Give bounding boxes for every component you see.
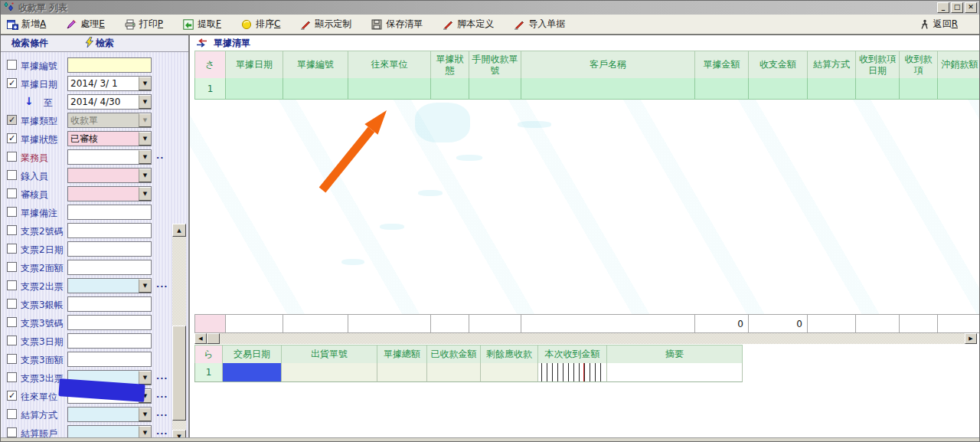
- grid-row1-cell-5[interactable]: [469, 78, 521, 100]
- check2-issuer-checkbox[interactable]: [7, 280, 17, 290]
- entry-clerk-dropdown[interactable]: ▼: [67, 168, 152, 183]
- doc-number-input[interactable]: [67, 57, 152, 73]
- scroll-left-button[interactable]: ◀: [194, 333, 207, 344]
- check2-issuer-lookup-button[interactable]: ...: [156, 281, 168, 289]
- sidebar-v-scrollbar[interactable]: ▲ ▼: [172, 224, 186, 442]
- entry-clerk-checkbox[interactable]: [7, 170, 17, 180]
- chevron-down-icon[interactable]: ▼: [139, 408, 151, 421]
- chevron-down-icon[interactable]: ▼: [139, 113, 151, 127]
- doc-number-checkbox[interactable]: [7, 60, 17, 70]
- display-custom-button[interactable]: 顯示定制: [300, 18, 351, 31]
- grid-col-header-5[interactable]: 手開收款單號: [469, 51, 521, 79]
- grid-row1-cell-9[interactable]: [808, 78, 856, 100]
- print-button[interactable]: 打印P: [125, 18, 163, 31]
- doc-remark-input[interactable]: [67, 205, 152, 220]
- search-button[interactable]: 檢索: [85, 37, 114, 50]
- check2-number-input[interactable]: [67, 223, 152, 238]
- doc-date-checkbox[interactable]: ✓: [7, 78, 17, 88]
- detail-row1-cell-2[interactable]: [282, 363, 377, 382]
- grid-col-header-7[interactable]: 單據金額: [695, 51, 749, 79]
- scroll-up-button[interactable]: ▲: [172, 224, 186, 237]
- grid-row1-cell-10[interactable]: [856, 78, 900, 100]
- grid-col-header-6[interactable]: 客戶名稱: [521, 51, 695, 79]
- check2-amount-input[interactable]: [67, 260, 152, 275]
- check2-number-checkbox[interactable]: [7, 225, 17, 235]
- grid-col-header-0[interactable]: さ: [195, 51, 226, 79]
- chevron-down-icon[interactable]: ▼: [139, 132, 151, 146]
- h-scrollbar[interactable]: ◀ ▶: [194, 333, 977, 344]
- close-button[interactable]: ✕: [965, 2, 977, 13]
- grid-col-header-10[interactable]: 收到款項日期: [856, 51, 900, 79]
- h-scroll-thumb[interactable]: [207, 333, 220, 344]
- detail-col-header-6[interactable]: 本次收到金額: [538, 345, 607, 364]
- doc-date-dropdown[interactable]: 2014/ 3/ 1▼: [67, 76, 152, 91]
- sort-button[interactable]: 排序C: [241, 18, 280, 31]
- detail-col-header-5[interactable]: 剩餘應收款: [481, 345, 538, 364]
- doc-type-dropdown[interactable]: 收款單▼: [67, 113, 152, 128]
- v-scroll-thumb[interactable]: [172, 326, 186, 421]
- settle-method-checkbox[interactable]: [7, 409, 17, 419]
- grid-row1-cell-6[interactable]: [521, 78, 695, 100]
- salesman-lookup-button[interactable]: ..: [156, 152, 164, 160]
- detail-col-header-1[interactable]: 交易日期: [223, 345, 282, 364]
- doc-status-dropdown[interactable]: 已審核▼: [67, 131, 152, 146]
- grid-row1-cell-2[interactable]: [283, 78, 348, 100]
- check3-issuer-checkbox[interactable]: [7, 372, 17, 382]
- grid-col-header-2[interactable]: 單據編號: [283, 51, 348, 79]
- save-list-button[interactable]: 保存清單: [371, 18, 423, 31]
- grid-col-header-9[interactable]: 結算方式: [808, 51, 856, 79]
- check3-bank-input[interactable]: [67, 296, 152, 312]
- doc-type-checkbox[interactable]: ✓: [7, 115, 17, 125]
- check3-date-input[interactable]: [67, 333, 152, 349]
- grid-col-header-3[interactable]: 往來單位: [348, 51, 431, 79]
- grid-row1-cell-12[interactable]: [938, 78, 980, 100]
- maximize-button[interactable]: □: [951, 2, 963, 13]
- grid-row1-cell-7[interactable]: [695, 78, 749, 100]
- detail-row1-cell-5[interactable]: [481, 363, 538, 382]
- auditor-checkbox[interactable]: [7, 188, 17, 198]
- check2-issuer-dropdown[interactable]: ▼: [67, 278, 152, 293]
- grid-col-header-12[interactable]: 沖銷款額: [938, 51, 980, 79]
- chevron-down-icon[interactable]: ▼: [139, 150, 151, 164]
- detail-col-header-7[interactable]: 摘要: [607, 345, 743, 364]
- detail-row1-cell-1[interactable]: [223, 363, 282, 382]
- salesman-checkbox[interactable]: [7, 152, 17, 162]
- grid-col-header-11[interactable]: 收到款項: [900, 51, 938, 79]
- counterparty-lookup-button[interactable]: ...: [156, 391, 168, 399]
- grid-row1-cell-1[interactable]: [226, 78, 283, 100]
- script-define-button[interactable]: 脚本定义: [443, 18, 494, 31]
- detail-row1-cell-3[interactable]: [377, 363, 427, 382]
- settle-method-lookup-button[interactable]: ...: [156, 410, 168, 417]
- check3-number-checkbox[interactable]: [7, 317, 17, 327]
- grid-row1-cell-3[interactable]: [348, 78, 431, 100]
- process-button[interactable]: 處理E: [66, 18, 105, 31]
- new-button[interactable]: 新增A: [7, 18, 46, 31]
- doc-status-checkbox[interactable]: ✓: [7, 133, 17, 143]
- detail-row1-cell-6[interactable]: [538, 363, 607, 382]
- chevron-down-icon[interactable]: ▼: [139, 77, 151, 90]
- chevron-down-icon[interactable]: ▼: [139, 169, 151, 182]
- return-button[interactable]: 返回R: [919, 18, 958, 31]
- grid-col-header-4[interactable]: 單據狀態: [431, 51, 469, 79]
- check3-number-input[interactable]: [67, 315, 152, 330]
- grid-row1-cell-11[interactable]: [900, 78, 938, 100]
- settle-method-dropdown[interactable]: ▼: [67, 407, 152, 422]
- check3-date-checkbox[interactable]: [7, 336, 17, 345]
- check2-date-input[interactable]: [67, 241, 152, 257]
- extract-button[interactable]: 提取F: [183, 18, 221, 31]
- grid-col-header-1[interactable]: 單據日期: [226, 51, 283, 79]
- check2-amount-checkbox[interactable]: [7, 262, 17, 272]
- chevron-down-icon[interactable]: ▼: [139, 95, 151, 109]
- minimize-button[interactable]: _: [937, 2, 949, 13]
- chevron-down-icon[interactable]: ▼: [139, 371, 151, 385]
- counterparty-checkbox[interactable]: ✓: [7, 391, 17, 401]
- check3-issuer-lookup-button[interactable]: ...: [156, 373, 168, 381]
- grid-col-header-8[interactable]: 收支金額: [749, 51, 808, 79]
- check3-amount-checkbox[interactable]: [7, 354, 17, 364]
- detail-col-header-2[interactable]: 出貨單號: [282, 345, 377, 364]
- detail-row1-cell-7[interactable]: [607, 363, 743, 382]
- detail-col-header-3[interactable]: 單據總額: [377, 345, 427, 364]
- auditor-dropdown[interactable]: ▼: [67, 186, 152, 201]
- grid-row1-cell-8[interactable]: [749, 78, 808, 100]
- detail-col-header-0[interactable]: ら: [195, 345, 223, 364]
